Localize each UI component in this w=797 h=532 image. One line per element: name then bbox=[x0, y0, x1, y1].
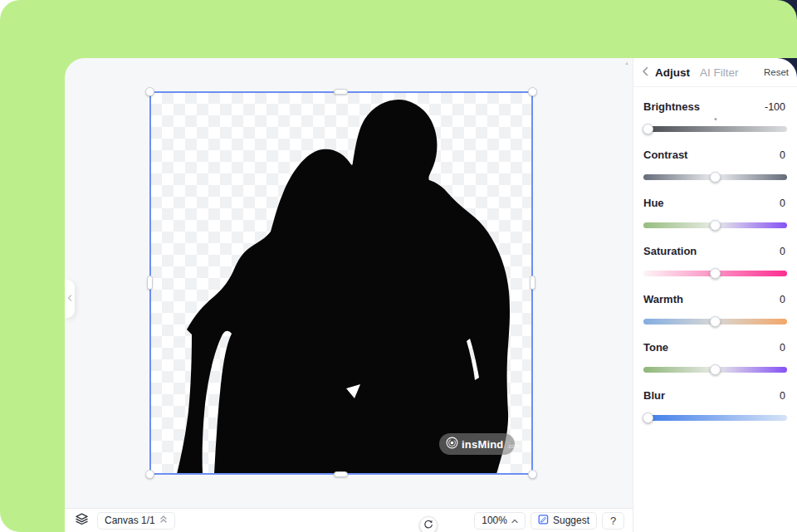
watermark-badge: insMind .com bbox=[439, 433, 515, 455]
selection-handle-bottom-center[interactable] bbox=[334, 471, 348, 477]
slider-track[interactable] bbox=[643, 126, 787, 132]
slider-value: 0 bbox=[780, 198, 787, 209]
canvas-page-label: Canvas 1/1 bbox=[105, 515, 155, 526]
selection-handle-left-middle[interactable] bbox=[147, 276, 153, 290]
back-button[interactable] bbox=[642, 65, 648, 80]
left-drawer-handle[interactable] bbox=[65, 280, 75, 318]
slider-group-blur: Blur 0 bbox=[633, 381, 797, 429]
slider-value: 0 bbox=[780, 246, 787, 257]
rotate-handle[interactable] bbox=[419, 516, 438, 532]
tab-adjust[interactable]: Adjust bbox=[655, 66, 690, 79]
canvas-page-button[interactable]: Canvas 1/1 bbox=[97, 512, 175, 530]
slider-list: Brightness -100 Contrast 0 bbox=[633, 87, 797, 429]
slider-label: Brightness bbox=[643, 100, 700, 113]
chevrons-up-icon bbox=[159, 515, 168, 526]
zoom-dropdown[interactable]: 100% bbox=[474, 512, 526, 530]
reset-button[interactable]: Reset bbox=[764, 67, 789, 77]
selection-handle-top-center[interactable] bbox=[334, 89, 348, 95]
help-button[interactable]: ? bbox=[602, 512, 624, 530]
bottom-toolbar: Canvas 1/1 100% bbox=[65, 508, 633, 532]
chevron-left-icon bbox=[642, 65, 648, 80]
insmind-logo-icon bbox=[446, 437, 458, 452]
couple-silhouette-image bbox=[150, 92, 532, 474]
canvas-area: ▲ insMind .com bbox=[65, 58, 633, 532]
slider-value: 0 bbox=[780, 149, 787, 161]
selection-handle-top-right[interactable] bbox=[528, 87, 537, 96]
slider-label: Blur bbox=[643, 389, 665, 402]
slider-value: 0 bbox=[780, 294, 787, 305]
panel-header: Adjust AI Filter Reset bbox=[633, 58, 797, 87]
chevron-left-icon bbox=[67, 295, 72, 303]
slider-handle[interactable] bbox=[710, 172, 721, 183]
slider-handle[interactable] bbox=[710, 316, 721, 327]
selection-handle-top-left[interactable] bbox=[145, 87, 154, 96]
tab-ai-filter[interactable]: AI Filter bbox=[700, 66, 739, 79]
slider-group-saturation: Saturation 0 bbox=[633, 237, 797, 285]
slider-group-warmth: Warmth 0 bbox=[633, 285, 797, 333]
zoom-value: 100% bbox=[482, 515, 507, 526]
slider-label: Tone bbox=[643, 341, 668, 354]
screenshot-stage: ▲ insMind .com bbox=[0, 0, 797, 532]
slider-value: 0 bbox=[780, 342, 787, 354]
layers-button[interactable] bbox=[73, 512, 90, 530]
suggest-button[interactable]: Suggest bbox=[531, 512, 597, 530]
chevron-up-icon bbox=[511, 515, 518, 526]
selection-handle-right-middle[interactable] bbox=[530, 276, 535, 290]
slider-label: Hue bbox=[643, 197, 664, 209]
suggest-label: Suggest bbox=[553, 515, 589, 526]
scrollbar-up-arrow[interactable]: ▲ bbox=[624, 61, 629, 66]
slider-handle[interactable] bbox=[710, 268, 721, 279]
slider-group-contrast: Contrast 0 bbox=[633, 140, 797, 188]
watermark-suffix: .com bbox=[507, 443, 520, 449]
selection-handle-bottom-right[interactable] bbox=[528, 470, 537, 479]
slider-group-hue: Hue 0 bbox=[633, 188, 797, 237]
slider-group-brightness: Brightness -100 bbox=[633, 92, 797, 140]
slider-default-marker bbox=[714, 118, 716, 120]
adjust-panel: Adjust AI Filter Reset Brightness -100 bbox=[633, 58, 797, 532]
slider-track[interactable] bbox=[643, 415, 787, 421]
selection-handle-bottom-left[interactable] bbox=[145, 470, 154, 479]
slider-label: Warmth bbox=[643, 293, 683, 305]
editor-window: ▲ insMind .com bbox=[65, 58, 797, 532]
slider-handle[interactable] bbox=[710, 220, 721, 231]
help-label: ? bbox=[610, 515, 616, 527]
slider-handle[interactable] bbox=[643, 124, 653, 134]
slider-handle[interactable] bbox=[643, 412, 653, 423]
slider-value: -100 bbox=[765, 101, 787, 113]
image-layer[interactable]: insMind .com bbox=[150, 92, 532, 474]
layers-icon bbox=[75, 512, 89, 530]
edit-note-icon bbox=[538, 514, 549, 527]
slider-group-tone: Tone 0 bbox=[633, 333, 797, 381]
watermark-brand: insMind bbox=[462, 438, 504, 451]
rotate-cw-icon bbox=[423, 518, 433, 532]
slider-label: Saturation bbox=[643, 245, 697, 257]
slider-handle[interactable] bbox=[710, 364, 721, 375]
slider-value: 0 bbox=[780, 390, 787, 402]
slider-label: Contrast bbox=[643, 149, 687, 161]
